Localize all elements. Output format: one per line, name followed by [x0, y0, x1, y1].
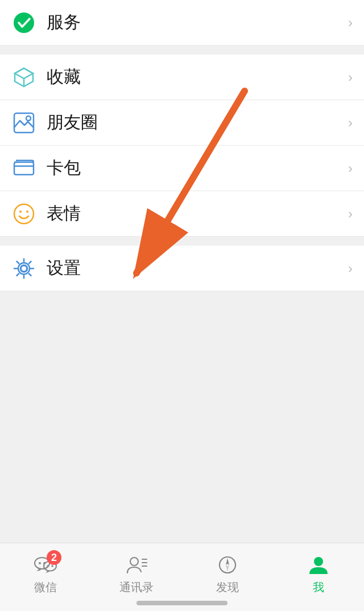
service-icon: [11, 10, 36, 35]
menu-item-service[interactable]: 服务 ›: [0, 0, 364, 46]
wallet-chevron: ›: [348, 160, 353, 176]
svg-point-21: [51, 565, 53, 567]
me-nav-icon: [306, 552, 331, 577]
svg-point-5: [26, 116, 31, 121]
settings-chevron: ›: [348, 261, 353, 276]
separator-1: [0, 46, 364, 55]
discover-nav-icon: [215, 552, 240, 577]
bottom-nav: 2 微信 通讯录 发现: [0, 543, 364, 611]
svg-point-9: [19, 210, 22, 213]
svg-point-22: [130, 558, 138, 565]
menu-item-moments[interactable]: 朋友圈 ›: [0, 100, 364, 146]
favorites-chevron: ›: [348, 69, 353, 85]
menu-item-favorites[interactable]: 收藏 ›: [0, 55, 364, 100]
contacts-nav-icon: [124, 552, 149, 577]
svg-rect-6: [14, 162, 34, 175]
menu-item-stickers[interactable]: 表情 ›: [0, 191, 364, 237]
svg-point-29: [314, 557, 323, 566]
svg-marker-28: [226, 565, 229, 572]
wallet-icon: [11, 156, 36, 181]
svg-point-20: [47, 565, 49, 567]
stickers-label: 表情: [47, 202, 348, 225]
menu-section-favorites: 收藏 ›: [0, 55, 364, 100]
wechat-badge: 2: [47, 550, 61, 565]
stickers-icon: [11, 201, 36, 226]
favorites-label: 收藏: [47, 65, 348, 89]
discover-nav-label: 发现: [216, 580, 239, 595]
settings-icon: [11, 256, 36, 281]
stickers-chevron: ›: [348, 206, 353, 222]
settings-label: 设置: [47, 257, 348, 280]
svg-marker-27: [226, 558, 229, 565]
svg-point-13: [21, 266, 27, 271]
contacts-nav-label: 通讯录: [119, 580, 154, 595]
service-label: 服务: [47, 11, 348, 34]
favorites-icon: [11, 65, 36, 90]
content-area: 服务 › 收藏 ›: [0, 0, 364, 543]
moments-chevron: ›: [348, 115, 353, 131]
home-indicator: [136, 601, 228, 605]
nav-item-me[interactable]: 我: [273, 549, 364, 595]
svg-point-0: [14, 13, 34, 33]
me-nav-label: 我: [313, 580, 324, 595]
separator-2: [0, 237, 364, 246]
menu-item-wallet[interactable]: 卡包 ›: [0, 146, 364, 191]
svg-point-17: [39, 562, 41, 564]
nav-item-wechat[interactable]: 2 微信: [0, 549, 91, 595]
moments-icon: [11, 110, 36, 135]
moments-label: 朋友圈: [47, 111, 348, 134]
wechat-nav-label: 微信: [34, 580, 57, 595]
menu-section-service: 服务 ›: [0, 0, 364, 46]
svg-point-8: [14, 204, 34, 224]
svg-point-10: [26, 210, 28, 213]
nav-item-discover[interactable]: 发现: [182, 549, 273, 595]
svg-marker-2: [15, 68, 33, 79]
nav-item-contacts[interactable]: 通讯录: [91, 549, 182, 595]
wechat-nav-icon: 2: [33, 552, 58, 577]
menu-item-settings[interactable]: 设置 ›: [0, 246, 364, 291]
wallet-label: 卡包: [47, 156, 348, 180]
service-chevron: ›: [348, 15, 353, 31]
